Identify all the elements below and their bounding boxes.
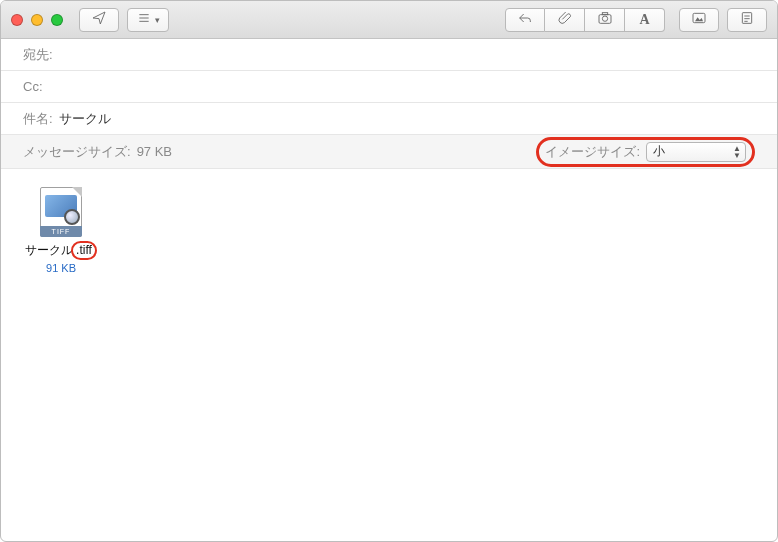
close-window-button[interactable] xyxy=(11,14,23,26)
attachment-item[interactable]: TIFF サークル.tiff 91 KB xyxy=(23,187,99,274)
format-button[interactable]: A xyxy=(625,8,665,32)
list-icon xyxy=(136,10,152,29)
picture-icon xyxy=(691,10,707,29)
stepper-arrows-icon: ▲▼ xyxy=(733,145,741,159)
svg-rect-5 xyxy=(602,13,607,15)
svg-marker-7 xyxy=(695,17,703,21)
cc-input[interactable] xyxy=(49,79,756,94)
attach-button[interactable] xyxy=(545,8,585,32)
minimize-window-button[interactable] xyxy=(31,14,43,26)
image-size-select[interactable]: 小 ▲▼ xyxy=(646,142,746,162)
photo-button[interactable] xyxy=(585,8,625,32)
message-size-value: 97 KB xyxy=(137,144,172,159)
paper-plane-icon xyxy=(91,10,107,29)
attachment-name-ext: .tiff xyxy=(76,243,92,257)
zoom-window-button[interactable] xyxy=(51,14,63,26)
info-bar: メッセージサイズ: 97 KB イメージサイズ: 小 ▲▼ xyxy=(1,135,777,169)
window-controls xyxy=(11,14,63,26)
page-icon xyxy=(739,10,755,29)
send-button[interactable] xyxy=(79,8,119,32)
attachment-ext-highlight: .tiff xyxy=(71,241,97,260)
image-size-value: 小 xyxy=(653,143,665,160)
reply-icon xyxy=(517,10,533,29)
toolbar-group-right: A xyxy=(505,8,665,32)
titlebar: ▾ A xyxy=(1,1,777,39)
stationery-button[interactable] xyxy=(727,8,767,32)
image-size-highlight: イメージサイズ: 小 ▲▼ xyxy=(536,137,755,167)
template-menu-button[interactable]: ▾ xyxy=(127,8,169,32)
media-browser-button[interactable] xyxy=(679,8,719,32)
format-text-icon: A xyxy=(639,12,649,28)
cc-label: Cc: xyxy=(23,79,43,94)
to-field-row: 宛先: xyxy=(1,39,777,71)
attachment-size: 91 KB xyxy=(46,262,76,274)
chevron-down-icon: ▾ xyxy=(155,15,160,25)
svg-point-4 xyxy=(602,16,607,21)
file-type-tag: TIFF xyxy=(40,226,82,237)
subject-input[interactable] xyxy=(59,111,755,126)
reply-button[interactable] xyxy=(505,8,545,32)
attachment-name-base: サークル xyxy=(25,243,73,257)
camera-icon xyxy=(597,10,613,29)
paperclip-icon xyxy=(557,10,573,29)
cc-field-row: Cc: xyxy=(1,71,777,103)
subject-field-row: 件名: xyxy=(1,103,777,135)
message-size-label: メッセージサイズ: xyxy=(23,143,131,161)
tiff-file-icon: TIFF xyxy=(40,187,82,237)
to-input[interactable] xyxy=(59,47,755,62)
image-size-label: イメージサイズ: xyxy=(545,143,640,161)
attachment-filename: サークル.tiff xyxy=(25,241,97,260)
to-label: 宛先: xyxy=(23,46,53,64)
subject-label: 件名: xyxy=(23,110,53,128)
compose-body[interactable]: TIFF サークル.tiff 91 KB xyxy=(1,169,777,292)
